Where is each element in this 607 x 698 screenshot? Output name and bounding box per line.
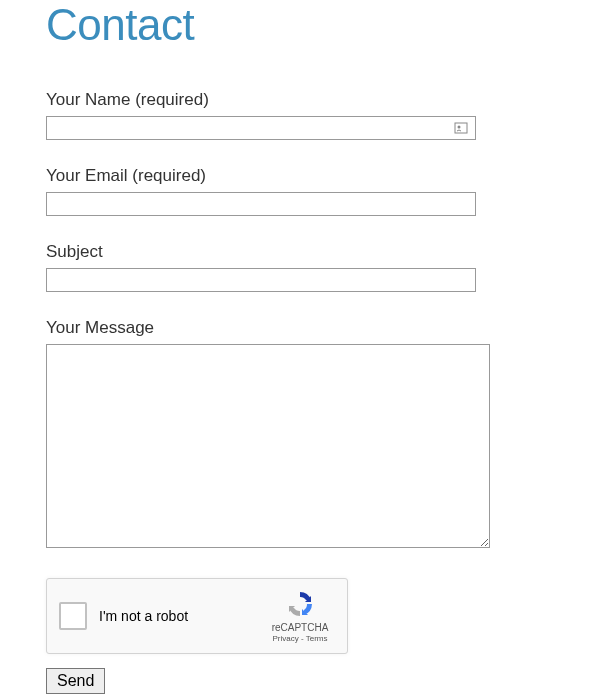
subject-input[interactable] <box>46 268 476 292</box>
recaptcha-logo-icon <box>284 588 316 620</box>
recaptcha-branding: reCAPTCHA Privacy - Terms <box>265 588 335 644</box>
name-field-group: Your Name (required) <box>46 90 561 140</box>
contact-card-icon <box>454 121 468 135</box>
recaptcha-widget: I'm not a robot reCAPTCHA Privacy - Term… <box>46 578 348 654</box>
recaptcha-checkbox[interactable] <box>59 602 87 630</box>
message-label: Your Message <box>46 318 561 338</box>
subject-field-group: Subject <box>46 242 561 292</box>
subject-label: Subject <box>46 242 561 262</box>
page-title: Contact <box>46 0 561 50</box>
message-field-group: Your Message <box>46 318 561 552</box>
recaptcha-label: I'm not a robot <box>99 608 265 624</box>
message-textarea[interactable] <box>46 344 490 548</box>
recaptcha-brand-text: reCAPTCHA <box>272 622 329 634</box>
email-label: Your Email (required) <box>46 166 561 186</box>
send-button[interactable]: Send <box>46 668 105 694</box>
email-field-group: Your Email (required) <box>46 166 561 216</box>
email-input[interactable] <box>46 192 476 216</box>
contact-form: Your Name (required) Your Email (require… <box>46 90 561 694</box>
recaptcha-terms-text[interactable]: Privacy - Terms <box>273 634 328 644</box>
name-input[interactable] <box>46 116 476 140</box>
name-label: Your Name (required) <box>46 90 561 110</box>
svg-point-1 <box>458 126 461 129</box>
svg-rect-0 <box>455 123 467 133</box>
